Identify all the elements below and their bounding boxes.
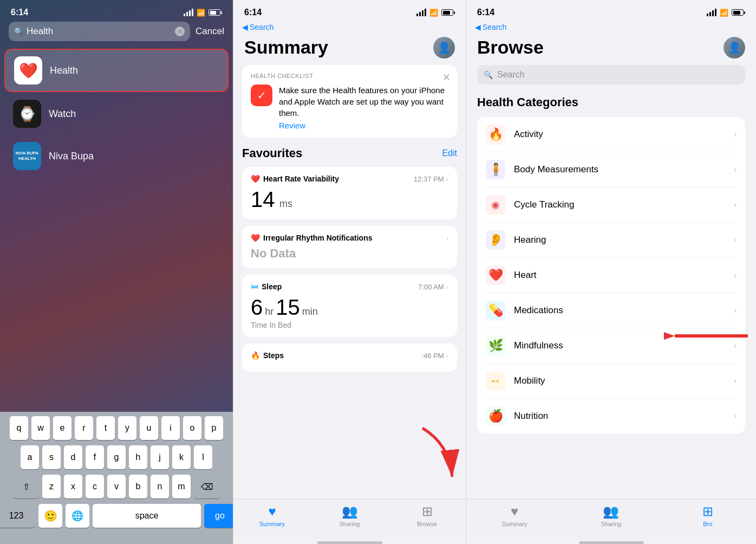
category-item-medications[interactable]: 💊 Medications ›	[486, 293, 737, 328]
category-item-heart[interactable]: ❤️ Heart ›	[486, 258, 737, 293]
steps-card[interactable]: 🔥 Steps :46 PM ›	[242, 344, 457, 372]
category-item-mindfulness[interactable]: 🌿 Mindfulness ›	[486, 328, 737, 364]
irregular-rhythm-card[interactable]: ❤️ Irregular Rhythm Notifications › No D…	[242, 226, 457, 268]
browse-search-icon: 🔍	[484, 70, 493, 79]
hrv-heart-icon: ❤️	[251, 174, 260, 183]
category-item-cycle[interactable]: ◉ Cycle Tracking ›	[486, 187, 737, 223]
key-go[interactable]: go	[204, 504, 233, 528]
key-y[interactable]: y	[118, 416, 136, 440]
key-k[interactable]: k	[172, 445, 191, 469]
irregular-rhythm-time: ›	[446, 234, 448, 242]
sleep-card-header: 🛏 Sleep 7:00 AM ›	[251, 282, 448, 291]
key-l[interactable]: l	[194, 445, 212, 469]
status-icons-search: 📶	[184, 9, 222, 17]
category-item-mobility[interactable]: ↔ Mobility ›	[486, 364, 737, 399]
key-d[interactable]: d	[64, 445, 82, 469]
checklist-content: ✓ Make sure the Health features on your …	[251, 85, 448, 130]
key-numbers[interactable]: 123	[0, 504, 35, 528]
key-a[interactable]: a	[21, 445, 39, 469]
battery-icon-browse	[732, 9, 745, 16]
browse-search-bar[interactable]: 🔍 Search	[477, 65, 745, 85]
tab-browse-browse-label: Bro	[703, 521, 712, 527]
tab-browse-browse-icon: ⊞	[702, 504, 713, 519]
wifi-icon: 📶	[197, 9, 205, 17]
key-v[interactable]: v	[107, 475, 126, 498]
key-o[interactable]: o	[183, 416, 201, 440]
key-g[interactable]: g	[107, 445, 126, 469]
mobility-icon: ↔	[486, 371, 505, 391]
tab-browse-sharing-icon: 👥	[603, 504, 619, 519]
key-q[interactable]: q	[10, 416, 28, 440]
tab-summary[interactable]: ♥ Summary	[233, 504, 311, 527]
key-emoji[interactable]: 🙂	[38, 504, 62, 528]
tab-browse-summary[interactable]: ♥ Summary	[466, 504, 563, 527]
home-indicator-summary	[317, 541, 382, 544]
cancel-button[interactable]: Cancel	[195, 26, 224, 37]
browse-title-row: Browse 👤	[466, 35, 756, 65]
key-n[interactable]: n	[151, 475, 169, 498]
category-item-hearing[interactable]: 👂 Hearing ›	[486, 223, 737, 258]
search-input-wrap[interactable]: 🔍 Health ✕	[9, 22, 190, 41]
category-item-activity[interactable]: 🔥 Activity ›	[486, 117, 737, 152]
sleep-hours: 6	[251, 295, 263, 320]
sleep-hr-unit: hr	[265, 306, 273, 318]
status-bar-browse: 6:14 📶	[466, 0, 756, 21]
category-item-nutrition[interactable]: 🍎 Nutrition ›	[486, 399, 737, 433]
app-item-niva[interactable]: NIVA BUPAHEALTH Niva Bupa	[4, 135, 229, 177]
key-r[interactable]: r	[75, 416, 93, 440]
back-nav-browse[interactable]: ◀ Search	[466, 21, 756, 35]
key-h[interactable]: h	[129, 445, 147, 469]
tab-browse-sharing[interactable]: 👥 Sharing	[563, 504, 659, 527]
checklist-close-button[interactable]: ✕	[442, 72, 451, 83]
key-i[interactable]: i	[161, 416, 180, 440]
review-link[interactable]: Review	[279, 121, 448, 130]
key-row-3: ⇧ z x c v b n m ⌫	[2, 475, 231, 498]
edit-button[interactable]: Edit	[442, 148, 457, 158]
sleep-icon: 🛏	[251, 282, 258, 291]
key-m[interactable]: m	[172, 475, 191, 498]
key-delete[interactable]: ⌫	[194, 475, 220, 498]
search-clear-button[interactable]: ✕	[175, 27, 185, 36]
key-shift[interactable]: ⇧	[13, 475, 39, 498]
sleep-card[interactable]: 🛏 Sleep 7:00 AM › 6 hr 15 min Time In Be…	[242, 275, 457, 337]
back-icon-browse: ◀	[475, 23, 481, 31]
hrv-card[interactable]: ❤️ Heart Rate Variability 12:37 PM › 14 …	[242, 167, 457, 219]
tab-sharing[interactable]: 👥 Sharing	[311, 504, 388, 527]
category-item-body[interactable]: 🧍 Body Measurements ›	[486, 152, 737, 187]
tab-browse[interactable]: ⊞ Browse	[388, 504, 466, 527]
hrv-value-row: 14 ms	[251, 187, 448, 212]
key-u[interactable]: u	[140, 416, 158, 440]
signal-icon-browse	[707, 9, 716, 16]
back-nav-summary[interactable]: ◀ Search	[233, 21, 466, 35]
watch-app-icon: ⌚	[13, 100, 41, 128]
key-f[interactable]: f	[86, 445, 104, 469]
key-c[interactable]: c	[86, 475, 104, 498]
key-z[interactable]: z	[42, 475, 61, 498]
tab-bar-summary: ♥ Summary 👥 Sharing ⊞ Browse	[233, 499, 466, 538]
key-s[interactable]: s	[42, 445, 61, 469]
tab-browse-browse[interactable]: ⊞ Bro	[660, 504, 756, 527]
key-j[interactable]: j	[151, 445, 169, 469]
key-w[interactable]: w	[31, 416, 50, 440]
key-p[interactable]: p	[205, 416, 223, 440]
app-item-watch[interactable]: ⌚ Watch	[4, 93, 229, 134]
key-e[interactable]: e	[53, 416, 71, 440]
time-search: 6:14	[11, 8, 28, 17]
irregular-rhythm-title-text: Irregular Rhythm Notifications	[263, 234, 372, 242]
key-x[interactable]: x	[64, 475, 82, 498]
body-chevron: ›	[734, 165, 737, 174]
status-bar-summary: 6:14 📶	[233, 0, 466, 21]
irregular-rhythm-nodata: No Data	[251, 247, 448, 261]
niva-app-name: Niva Bupa	[49, 151, 94, 162]
watch-app-name: Watch	[49, 108, 76, 120]
app-item-health[interactable]: ❤️ Health	[4, 49, 229, 92]
key-t[interactable]: t	[96, 416, 115, 440]
key-b[interactable]: b	[129, 475, 147, 498]
key-globe[interactable]: 🌐	[66, 504, 89, 528]
tab-summary-icon: ♥	[268, 504, 276, 519]
key-space[interactable]: space	[93, 504, 201, 528]
battery-icon-summary	[441, 9, 455, 16]
avatar-summary[interactable]: 👤	[433, 37, 455, 59]
sleep-value-row: 6 hr 15 min	[251, 295, 448, 320]
avatar-browse[interactable]: 👤	[724, 37, 745, 59]
